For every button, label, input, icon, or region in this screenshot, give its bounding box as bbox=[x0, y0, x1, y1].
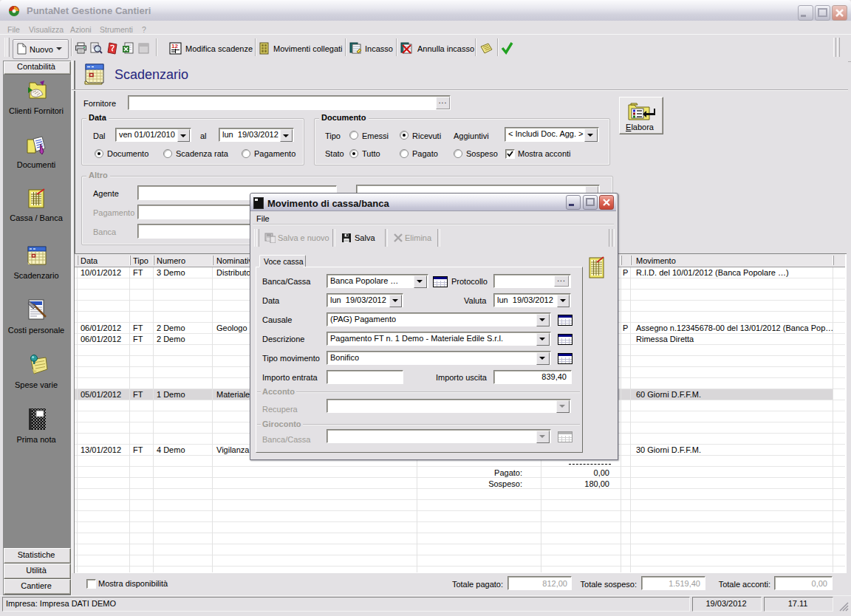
svg-text:12: 12 bbox=[171, 43, 178, 49]
